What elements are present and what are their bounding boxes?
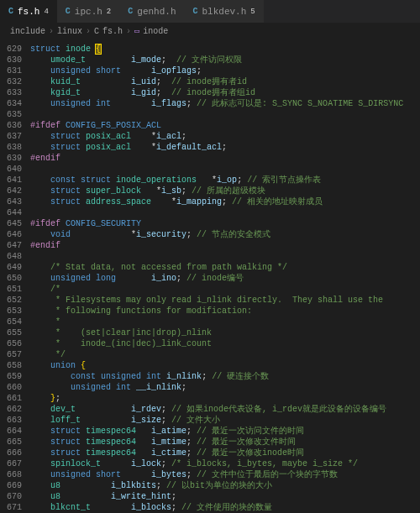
code-line[interactable]: 638 struct posix_acl *i_default_acl; [0,142,420,153]
line-number: 648 [0,251,30,262]
line-number: 640 [0,164,30,175]
code-line[interactable]: 667 spinlock_t i_lock; /* i_blocks, i_by… [0,458,420,469]
tab-label: fs.h [18,7,39,17]
line-number: 656 [0,338,30,349]
line-content: * [30,317,420,327]
code-editor[interactable]: 629struct inode {630 umode_t i_mode; // … [0,39,420,513]
line-content: spinlock_t i_lock; /* i_blocks, i_bytes,… [30,458,420,469]
code-line[interactable]: 632 kuid_t i_uid; // inode拥有者id [0,76,420,87]
c-file-icon: C [94,27,99,36]
line-content: blkcnt_t i_blocks; // 文件使用的块的数量 [30,502,420,513]
line-number: 668 [0,469,30,480]
line-content: umode_t i_mode; // 文件访问权限 [30,55,420,65]
code-line[interactable]: 635 [0,109,420,120]
code-line[interactable]: 668 unsigned short i_bytes; // 文件中位于最后的一… [0,469,420,480]
line-content: * following functions for modification: [30,306,420,317]
code-line[interactable]: 633 kgid_t i_gid; // inode拥有者组id [0,87,420,98]
line-number: 663 [0,415,30,426]
line-content [30,164,420,175]
code-line[interactable]: 654 * [0,317,420,327]
code-line[interactable]: 640 [0,164,420,175]
code-line[interactable]: 649 /* Stat data, not accessed from path… [0,262,420,273]
line-number: 643 [0,196,30,207]
line-content: struct inode { [30,44,420,55]
line-content: unsigned int __i_nlink; [30,382,420,393]
code-line[interactable]: 648 [0,251,420,262]
code-line[interactable]: 669 u8 i_blkbits; // 以bit为单位的块的大小 [0,480,420,491]
line-number: 649 [0,262,30,273]
line-number: 665 [0,437,30,448]
line-number: 652 [0,295,30,306]
code-line[interactable]: 660 unsigned int __i_nlink; [0,382,420,393]
code-line[interactable]: 658 union { [0,360,420,371]
line-content: const unsigned int i_nlink; // 硬连接个数 [30,371,420,382]
code-line[interactable]: 657 */ [0,349,420,360]
code-line[interactable]: 631 unsigned short i_opflags; [0,65,420,76]
chevron-right-icon: › [49,27,54,36]
tab-blkdev-h[interactable]: Cblkdev.h5 [185,0,264,23]
line-number: 635 [0,109,30,120]
line-number: 634 [0,98,30,109]
code-line[interactable]: 644 [0,207,420,218]
line-content: unsigned short i_opflags; [30,65,420,76]
line-number: 657 [0,349,30,360]
code-line[interactable]: 636#ifdef CONFIG_FS_POSIX_ACL [0,120,420,131]
code-line[interactable]: 664 struct timespec64 i_atime; // 最近一次访问… [0,426,420,437]
code-line[interactable]: 661 }; [0,393,420,404]
line-number: 651 [0,284,30,295]
code-line[interactable]: 656 * inode_(inc|dec)_link_count [0,338,420,349]
tab-fs-h[interactable]: Cfs.h4 [0,0,57,23]
code-line[interactable]: 630 umode_t i_mode; // 文件访问权限 [0,55,420,65]
code-line[interactable]: 629struct inode { [0,44,420,55]
chevron-right-icon: › [126,27,131,36]
code-line[interactable]: 659 const unsigned int i_nlink; // 硬连接个数 [0,371,420,382]
line-content: struct super_block *i_sb; // 所属的超级模块 [30,186,420,196]
line-content: unsigned long i_ino; // inode编号 [30,273,420,284]
line-content: kgid_t i_gid; // inode拥有者组id [30,87,420,98]
code-line[interactable]: 671 blkcnt_t i_blocks; // 文件使用的块的数量 [0,502,420,513]
line-content: #endif [30,153,420,164]
code-line[interactable]: 666 struct timespec64 i_ctime; // 最近一次修改… [0,448,420,458]
code-line[interactable]: 655 * (set|clear|inc|drop)_nlink [0,327,420,338]
breadcrumb: include › linux › C fs.h › ▭ inode [0,24,420,39]
breadcrumb-symbol[interactable]: inode [143,27,168,36]
line-number: 632 [0,76,30,87]
line-content: struct timespec64 i_mtime; // 最近一次修改文件时间 [30,437,420,448]
line-content: /* [30,284,420,295]
code-line[interactable]: 647#endif [0,240,420,251]
modified-count: 2 [107,8,111,16]
line-number: 644 [0,207,30,218]
code-line[interactable]: 653 * following functions for modificati… [0,306,420,317]
code-line[interactable]: 652 * Filesystems may only read i_nlink … [0,295,420,306]
code-line[interactable]: 637 struct posix_acl *i_acl; [0,131,420,142]
tab-bar: Cfs.h4Cipc.h2Cgenhd.hCblkdev.h5 [0,0,420,24]
breadcrumb-part[interactable]: include [10,27,45,36]
line-number: 660 [0,382,30,393]
line-content: */ [30,349,420,360]
line-content: dev_t i_rdev; // 如果inode代表设备, i_rdev就是此设… [30,404,420,415]
code-line[interactable]: 662 dev_t i_rdev; // 如果inode代表设备, i_rdev… [0,404,420,415]
code-line[interactable]: 645#ifdef CONFIG_SECURITY [0,218,420,229]
code-line[interactable]: 634 unsigned int i_flags; // 此标志可以是: S_S… [0,98,420,109]
code-line[interactable]: 642 struct super_block *i_sb; // 所属的超级模块 [0,186,420,196]
line-content: unsigned short i_bytes; // 文件中位于最后的一个块的字… [30,469,420,480]
code-line[interactable]: 646 void *i_security; // 节点的安全模式 [0,229,420,240]
c-file-icon: C [8,7,13,16]
code-line[interactable]: 663 loff_t i_size; // 文件大小 [0,415,420,426]
code-line[interactable]: 650 unsigned long i_ino; // inode编号 [0,273,420,284]
breadcrumb-part[interactable]: linux [57,27,82,36]
code-line[interactable]: 665 struct timespec64 i_mtime; // 最近一次修改… [0,437,420,448]
code-line[interactable]: 639#endif [0,153,420,164]
line-content: union { [30,360,420,371]
code-line[interactable]: 643 struct address_space *i_mapping; // … [0,196,420,207]
code-line[interactable]: 641 const struct inode_operations *i_op;… [0,175,420,186]
modified-count: 5 [250,8,255,16]
breadcrumb-part[interactable]: fs.h [102,27,123,36]
line-number: 666 [0,448,30,458]
tab-genhd-h[interactable]: Cgenhd.h [119,0,184,23]
tab-ipc-h[interactable]: Cipc.h2 [57,0,119,23]
line-content: }; [30,393,420,404]
code-line[interactable]: 651 /* [0,284,420,295]
line-content: unsigned int i_flags; // 此标志可以是: S_SYNC … [30,98,420,109]
code-line[interactable]: 670 u8 i_write_hint; [0,491,420,502]
